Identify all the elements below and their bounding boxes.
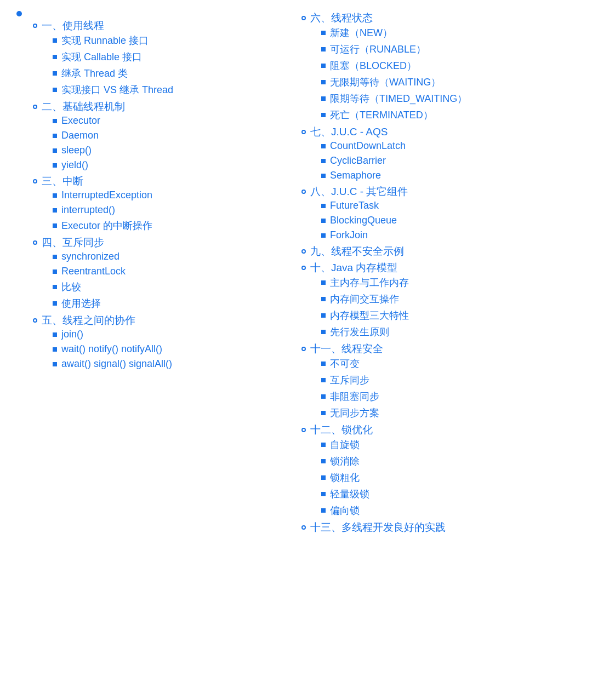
right-item-link[interactable]: Semaphore <box>330 170 381 181</box>
right-section-item: 十一、线程安全不可变互斥同步非阻塞同步无同步方案 <box>301 342 576 420</box>
item-link[interactable]: 实现 Runnable 接口 <box>61 34 149 47</box>
right-item-link[interactable]: 无限期等待（WAITING） <box>330 76 441 89</box>
right-item-link[interactable]: 不可变 <box>330 357 360 370</box>
right-item-link[interactable]: 自旋锁 <box>330 438 360 451</box>
item-link[interactable]: 使用选择 <box>61 297 101 310</box>
list-item-java: 一、使用线程实现 Runnable 接口实现 Callable 接口继承 Thr… <box>16 11 291 370</box>
bullet-circle-icon <box>301 266 306 270</box>
item-link[interactable]: 实现 Callable 接口 <box>61 50 142 64</box>
right-list-item: 自旋锁 <box>321 438 576 451</box>
right-item-link[interactable]: 主内存与工作内存 <box>330 276 409 289</box>
main-container: 一、使用线程实现 Runnable 接口实现 Callable 接口继承 Thr… <box>16 11 576 537</box>
item-link[interactable]: await() signal() signalAll() <box>61 358 172 370</box>
right-item-link[interactable]: CountDownLatch <box>330 140 406 152</box>
item-link[interactable]: 继承 Thread 类 <box>61 67 128 80</box>
right-item-list: 新建（NEW）可运行（RUNABLE）阻塞（BLOCKED）无限期等待（WAIT… <box>301 26 576 122</box>
right-item-link[interactable]: 非阻塞同步 <box>330 390 379 403</box>
right-item-link[interactable]: 内存间交互操作 <box>330 292 399 306</box>
section-link[interactable]: 二、基础线程机制 <box>42 100 125 114</box>
item-link[interactable]: 实现接口 VS 继承 Thread <box>61 83 173 96</box>
item-link[interactable]: Daemon <box>61 130 99 141</box>
right-section-label: 八、J.U.C - 其它组件 <box>301 185 576 199</box>
right-item-link[interactable]: 互斥同步 <box>330 374 369 387</box>
right-item-link[interactable]: 先行发生原则 <box>330 325 389 338</box>
section-link[interactable]: 四、互斥同步 <box>42 236 104 250</box>
item-link[interactable]: synchronized <box>61 251 119 262</box>
bullet-square-icon <box>321 113 326 117</box>
item-link[interactable]: interrupted() <box>61 204 115 216</box>
list-item: 继承 Thread 类 <box>53 67 291 80</box>
right-section-link[interactable]: 九、线程不安全示例 <box>310 244 404 259</box>
bullet-square-icon <box>53 255 57 259</box>
item-link[interactable]: Executor <box>61 115 100 127</box>
right-item-link[interactable]: 新建（NEW） <box>330 26 392 39</box>
section-link[interactable]: 一、使用线程 <box>42 19 104 33</box>
right-item-link[interactable]: 阻塞（BLOCKED） <box>330 59 417 72</box>
right-section-link[interactable]: 六、线程状态 <box>310 11 373 25</box>
right-item-link[interactable]: ForkJoin <box>330 229 368 241</box>
right-item-link[interactable]: FutureTask <box>330 200 379 211</box>
right-section-link[interactable]: 十一、线程安全 <box>310 342 383 356</box>
item-link[interactable]: wait() notify() notifyAll() <box>61 343 162 355</box>
right-item-link[interactable]: 内存模型三大特性 <box>330 309 409 322</box>
item-link[interactable]: yield() <box>61 159 88 171</box>
section-item: 五、线程之间的协作join()wait() notify() notifyAll… <box>33 313 291 370</box>
right-list-item: CountDownLatch <box>321 140 576 152</box>
bullet-square-icon <box>321 378 326 382</box>
right-list-item: 内存模型三大特性 <box>321 309 576 322</box>
list-item: await() signal() signalAll() <box>53 358 291 370</box>
item-link[interactable]: Executor 的中断操作 <box>61 219 152 232</box>
right-item-link[interactable]: 锁粗化 <box>330 471 360 484</box>
right-section-item: 十二、锁优化自旋锁锁消除锁粗化轻量级锁偏向锁 <box>301 423 576 517</box>
right-section-label: 十三、多线程开发良好的实践 <box>301 520 576 535</box>
right-section-link[interactable]: 八、J.U.C - 其它组件 <box>310 185 408 199</box>
section-link[interactable]: 五、线程之间的协作 <box>42 313 135 328</box>
right-section-link[interactable]: 七、J.U.C - AQS <box>310 125 388 139</box>
bullet-circle-icon <box>33 105 37 109</box>
bullet-square-icon <box>53 223 57 228</box>
right-list-item: 主内存与工作内存 <box>321 276 576 289</box>
section-item: 二、基础线程机制ExecutorDaemonsleep()yield() <box>33 100 291 171</box>
item-list: 实现 Runnable 接口实现 Callable 接口继承 Thread 类实… <box>33 34 291 96</box>
right-item-link[interactable]: 偏向锁 <box>330 504 360 517</box>
right-item-link[interactable]: 死亡（TERMINATED） <box>330 108 433 122</box>
right-section-list: 六、线程状态新建（NEW）可运行（RUNABLE）阻塞（BLOCKED）无限期等… <box>301 11 576 535</box>
right-list-item: BlockingQueue <box>321 215 576 226</box>
bullet-circle-icon <box>301 16 306 20</box>
right-item-link[interactable]: 无同步方案 <box>330 406 379 420</box>
section-link[interactable]: 三、中断 <box>42 174 83 188</box>
right-item-link[interactable]: 限期等待（TIMED_WAITING） <box>330 92 467 105</box>
right-list-item: 限期等待（TIMED_WAITING） <box>321 92 576 105</box>
bullet-square-icon <box>53 148 57 153</box>
item-link[interactable]: ReentrantLock <box>61 266 126 277</box>
item-link[interactable]: join() <box>61 329 83 340</box>
right-list-item: 偏向锁 <box>321 504 576 517</box>
item-link[interactable]: 比较 <box>61 280 81 294</box>
item-link[interactable]: sleep() <box>61 145 92 156</box>
section-label: 五、线程之间的协作 <box>33 313 291 328</box>
right-item-link[interactable]: CyclicBarrier <box>330 155 386 167</box>
bullet-square-icon <box>53 134 57 138</box>
bullet-square-icon <box>321 159 326 163</box>
bullet-square-icon <box>321 204 326 208</box>
item-link[interactable]: InterruptedException <box>61 190 152 201</box>
list-item: 实现接口 VS 继承 Thread <box>53 83 291 96</box>
bullet-circle-icon <box>301 525 306 530</box>
section-label: 四、互斥同步 <box>33 236 291 250</box>
bullet-square-icon <box>321 475 326 480</box>
section-label: 二、基础线程机制 <box>33 100 291 114</box>
right-item-link[interactable]: 轻量级锁 <box>330 487 369 501</box>
bullet-circle-icon <box>301 428 306 432</box>
section-item: 一、使用线程实现 Runnable 接口实现 Callable 接口继承 Thr… <box>33 19 291 96</box>
list-item: 实现 Runnable 接口 <box>53 34 291 47</box>
right-list-item: 锁粗化 <box>321 471 576 484</box>
right-item-link[interactable]: 可运行（RUNABLE） <box>330 43 426 56</box>
right-section-link[interactable]: 十、Java 内存模型 <box>310 261 397 275</box>
list-item: InterruptedException <box>53 190 291 201</box>
bullet-square-icon <box>53 285 57 289</box>
right-section-link[interactable]: 十三、多线程开发良好的实践 <box>310 520 446 535</box>
right-section-link[interactable]: 十二、锁优化 <box>310 423 373 437</box>
right-item-link[interactable]: BlockingQueue <box>330 215 397 226</box>
right-item-link[interactable]: 锁消除 <box>330 455 360 468</box>
list-item: synchronized <box>53 251 291 262</box>
